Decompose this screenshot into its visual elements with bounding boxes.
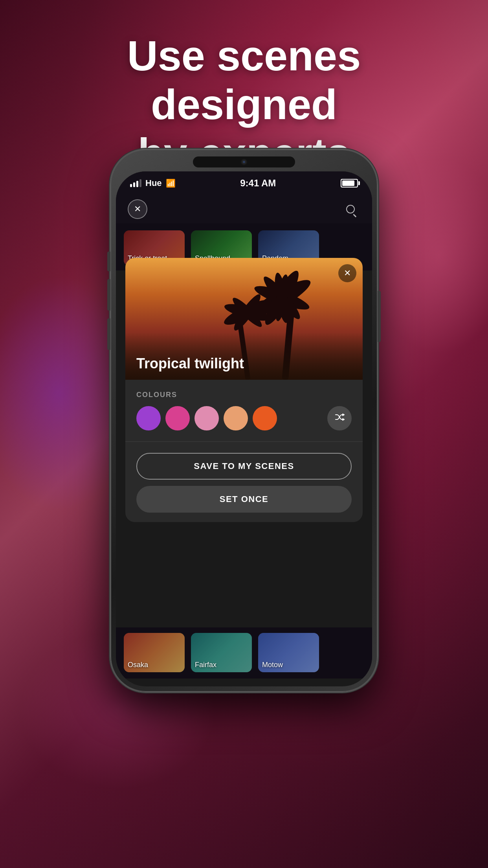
app-header: ✕ bbox=[116, 195, 372, 223]
scene-label-osaka: Osaka bbox=[128, 661, 148, 669]
modal-scene-image: Tropical twilight ✕ bbox=[125, 258, 363, 380]
battery-icon bbox=[341, 179, 358, 188]
carrier-name: Hue bbox=[145, 178, 162, 188]
phone-mockup: Hue 📶 9:41 AM ✕ bbox=[110, 149, 378, 692]
header-search-button[interactable] bbox=[341, 199, 360, 219]
status-left: Hue 📶 bbox=[130, 178, 176, 188]
bottom-scene-strip: Osaka Fairfax Motow bbox=[116, 627, 372, 679]
signal-bar-3 bbox=[136, 181, 138, 187]
header-close-button[interactable]: ✕ bbox=[128, 199, 147, 219]
battery-fill bbox=[342, 180, 354, 186]
save-to-my-scenes-button[interactable]: SAVE TO MY SCENES bbox=[136, 453, 352, 480]
colour-swatch-peach[interactable] bbox=[224, 406, 248, 430]
signal-bar-1 bbox=[130, 184, 132, 187]
status-time: 9:41 AM bbox=[240, 178, 276, 189]
modal-scene-title: Tropical twilight bbox=[136, 355, 244, 372]
phone-power-button bbox=[378, 291, 381, 342]
scene-thumb-fairfax[interactable]: Fairfax bbox=[191, 633, 252, 672]
modal-divider bbox=[125, 441, 363, 442]
phone-volume-up-button bbox=[107, 279, 110, 311]
modal-close-icon: ✕ bbox=[344, 268, 351, 278]
colour-swatch-pink-hot[interactable] bbox=[165, 406, 190, 430]
scene-thumb-motown[interactable]: Motow bbox=[258, 633, 319, 672]
phone-camera bbox=[241, 159, 247, 165]
phone-mute-button bbox=[107, 252, 110, 271]
scene-label-motown: Motow bbox=[262, 661, 283, 669]
status-right bbox=[341, 179, 358, 188]
colours-section: COLOURS bbox=[125, 380, 363, 438]
phone-frame: Hue 📶 9:41 AM ✕ bbox=[110, 149, 378, 692]
ambient-light-right bbox=[370, 157, 488, 354]
colour-swatch-purple[interactable] bbox=[136, 406, 161, 430]
signal-bar-2 bbox=[133, 182, 135, 187]
scene-detail-modal: Tropical twilight ✕ COLOURS bbox=[125, 258, 363, 522]
phone-volume-down-button bbox=[107, 318, 110, 350]
close-icon: ✕ bbox=[134, 204, 141, 214]
scene-thumb-osaka[interactable]: Osaka bbox=[124, 633, 185, 672]
wifi-icon: 📶 bbox=[166, 178, 176, 188]
action-buttons: SAVE TO MY SCENES SET ONCE bbox=[125, 445, 363, 522]
status-bar: Hue 📶 9:41 AM bbox=[116, 171, 372, 195]
colour-swatch-pink-light[interactable] bbox=[194, 406, 219, 430]
search-icon bbox=[346, 205, 355, 213]
set-once-button[interactable]: SET ONCE bbox=[136, 486, 352, 513]
shuffle-button[interactable] bbox=[327, 406, 352, 430]
signal-bar-4 bbox=[139, 179, 141, 187]
phone-notch bbox=[193, 156, 295, 167]
scene-label-fairfax: Fairfax bbox=[195, 661, 216, 669]
phone-screen: Hue 📶 9:41 AM ✕ bbox=[116, 171, 372, 686]
modal-close-button[interactable]: ✕ bbox=[338, 264, 356, 282]
colours-row bbox=[136, 406, 352, 430]
colour-swatches bbox=[136, 406, 277, 430]
colours-label: COLOURS bbox=[136, 391, 352, 399]
shuffle-icon bbox=[334, 412, 345, 425]
signal-icon bbox=[130, 179, 141, 187]
colour-swatch-orange[interactable] bbox=[253, 406, 277, 430]
